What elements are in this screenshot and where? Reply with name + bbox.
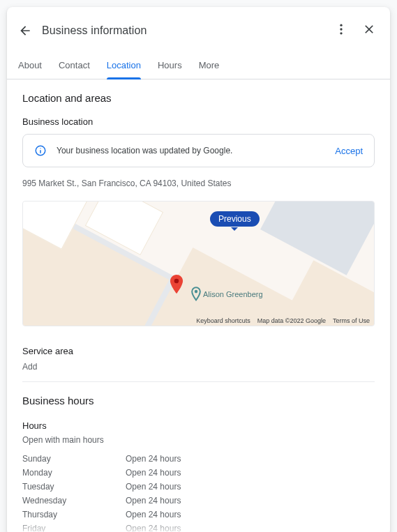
info-icon: [34, 144, 47, 157]
hours-row: Thursday Open 24 hours: [22, 508, 375, 522]
business-location-label: Business location: [22, 116, 375, 127]
map-keyboard-shortcuts[interactable]: Keyboard shortcuts: [196, 317, 250, 324]
hours-day: Sunday: [22, 454, 126, 464]
kebab-icon: [334, 22, 348, 36]
hours-sub-label: Hours: [22, 420, 375, 431]
tab-about[interactable]: About: [18, 53, 42, 79]
hours-value: Open 24 hours: [126, 496, 181, 506]
page-title: Business information: [42, 24, 147, 37]
map-background: [23, 202, 374, 326]
svg-point-7: [195, 290, 198, 294]
hours-value: Open 24 hours: [126, 454, 181, 464]
hours-row: Monday Open 24 hours: [22, 466, 375, 480]
close-icon: [362, 22, 376, 36]
previous-location-bubble[interactable]: Previous: [210, 211, 260, 227]
tabs: About Contact Location Hours More: [7, 53, 390, 79]
hours-day: Tuesday: [22, 482, 126, 492]
hours-status: Open with main hours: [22, 435, 375, 445]
service-area-label: Service area: [22, 346, 375, 356]
svg-point-5: [40, 148, 40, 149]
hours-value: Open 24 hours: [126, 468, 181, 478]
hours-value: Open 24 hours: [126, 482, 181, 492]
map-footer: Keyboard shortcuts Map data ©2022 Google…: [196, 317, 370, 324]
content: Location and areas Business location You…: [7, 79, 390, 532]
hours-row: Friday Open 24 hours: [22, 522, 375, 532]
location-section-title: Location and areas: [22, 92, 375, 104]
banner-text: Your business location was updated by Go…: [57, 146, 335, 155]
hours-row: Wednesday Open 24 hours: [22, 494, 375, 508]
back-arrow-icon[interactable]: [18, 24, 32, 38]
business-hours-title: Business hours: [22, 395, 375, 406]
business-info-panel: Business information About Contact Locat…: [7, 7, 390, 532]
hours-list: Sunday Open 24 hours Monday Open 24 hour…: [22, 452, 375, 532]
svg-point-0: [340, 24, 342, 26]
add-service-area-button[interactable]: Add: [22, 362, 375, 372]
divider: [22, 381, 375, 382]
hours-row: Sunday Open 24 hours: [22, 452, 375, 466]
update-banner: Your business location was updated by Go…: [22, 134, 375, 167]
svg-point-2: [340, 32, 342, 34]
svg-point-1: [340, 28, 342, 30]
hours-value: Open 24 hours: [126, 510, 181, 519]
map-terms-link[interactable]: Terms of Use: [333, 317, 370, 324]
map-pin-teal-icon: [190, 287, 202, 302]
header: Business information: [7, 7, 390, 53]
address-text: 995 Market St., San Francisco, CA 94103,…: [22, 178, 375, 188]
close-button[interactable]: [359, 20, 379, 42]
hours-row: Tuesday Open 24 hours: [22, 480, 375, 494]
map-poi-label: Alison Greenberg: [203, 290, 263, 298]
hours-day: Thursday: [22, 510, 126, 519]
map[interactable]: Previous Alison Greenberg Keyboard short…: [22, 201, 375, 326]
hours-day: Friday: [22, 524, 126, 532]
svg-point-6: [174, 279, 179, 284]
more-options-button[interactable]: [329, 17, 354, 45]
map-data-attribution: Map data ©2022 Google: [257, 317, 326, 324]
hours-day: Monday: [22, 468, 126, 478]
hours-value: Open 24 hours: [126, 524, 181, 532]
map-pin-red-icon: [170, 275, 183, 294]
map-poi[interactable]: Alison Greenberg: [190, 287, 263, 302]
tab-contact[interactable]: Contact: [59, 53, 90, 79]
accept-button[interactable]: Accept: [335, 146, 363, 156]
hours-day: Wednesday: [22, 496, 126, 506]
tab-more[interactable]: More: [199, 53, 220, 79]
tab-hours[interactable]: Hours: [158, 53, 182, 79]
tab-location[interactable]: Location: [107, 53, 141, 79]
